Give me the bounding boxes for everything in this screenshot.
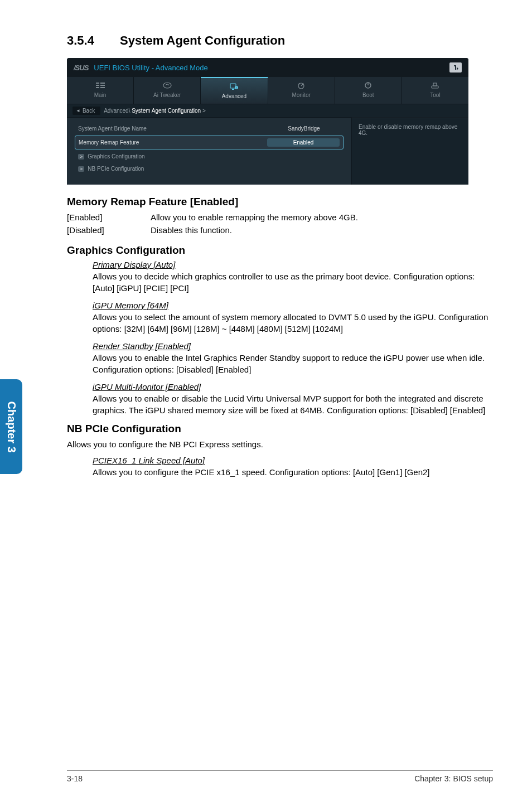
option-row: [Disabled] Disables this function. [67,224,493,237]
heading-graphics-config: Graphics Configuration [67,244,493,257]
footer-chapter-title: Chapter 3: BIOS setup [414,774,493,783]
bios-tab-bar: Main Ai Tweaker i Advanced Monitor [67,77,468,104]
svg-text:i: i [236,86,236,89]
breadcrumb-current: System Agent Configuration [132,108,201,114]
option-val: Disables this function. [151,224,493,237]
footer-page-number: 3-18 [67,774,83,783]
tab-ai-tweaker-label: Ai Tweaker [134,92,200,98]
setting-desc: Allows you to enable the Intel Graphics … [93,352,493,375]
tab-boot[interactable]: Boot [335,77,402,104]
back-button[interactable]: Back [72,107,100,115]
option-row: [Enabled] Allow you to enable remapping … [67,211,493,224]
bios-help-panel: Enable or disable memory remap above 4G. [351,118,468,185]
setting-desc: Allows you to enable or disable the Luci… [93,393,493,416]
setting-primary-display: Primary Display [Auto] Allows you to dec… [93,260,493,294]
row-label: Graphics Configuration [78,153,340,160]
bios-row-graphics-config[interactable]: Graphics Configuration [75,151,344,162]
row-label: System Agent Bridge Name [78,125,268,132]
section-heading: 3.5.4System Agent Configuration [67,33,493,48]
bios-row-memory-remap[interactable]: Memory Remap Feature Enabled [75,136,344,149]
setting-pciex16-link-speed: PCIEX16_1 Link Speed [Auto] Allows you t… [93,456,493,478]
tab-tool-label: Tool [402,92,468,98]
setting-desc: Allows you to decide which graphics cont… [93,270,493,294]
setting-name: iGPU Memory [64M] [93,301,493,310]
bios-row-nb-pcie-config[interactable]: NB PCIe Configuration [75,163,344,174]
heading-nb-pcie: NB PCIe Configuration [67,423,493,435]
tab-boot-label: Boot [335,92,402,98]
setting-name: Render Standby [Enabled] [93,341,493,351]
bios-main-panel: System Agent Bridge Name SandyBridge Mem… [67,118,351,185]
tab-advanced[interactable]: i Advanced [201,77,268,104]
setting-desc: Allows you to select the amount of syste… [93,311,493,335]
main-icon [67,80,133,90]
svg-rect-4 [100,85,105,86]
back-label: Back [83,108,95,114]
tab-monitor[interactable]: Monitor [268,77,335,104]
setting-render-standby: Render Standby [Enabled] Allows you to e… [93,341,493,375]
svg-rect-14 [432,86,438,88]
breadcrumb-prefix: Advanced\ [104,108,132,114]
option-key: [Disabled] [67,224,151,237]
breadcrumb-suffix: > [201,108,206,114]
row-label: NB PCIe Configuration [78,166,340,172]
exit-icon [452,64,459,71]
svg-rect-2 [96,87,99,88]
bios-utility-title: UEFI BIOS Utility - Advanced Mode [94,64,207,72]
option-val: Allow you to enable remapping the memory… [151,211,493,224]
tab-main[interactable]: Main [67,77,134,104]
heading-memory-remap: Memory Remap Feature [Enabled] [67,196,493,208]
monitor-icon [268,80,335,90]
exit-button[interactable] [449,62,462,73]
row-value: SandyBridge [268,125,340,132]
bios-screenshot: /SUS UEFI BIOS Utility - Advanced Mode M… [67,58,468,185]
svg-point-6 [163,83,171,88]
tab-tool[interactable]: Tool [402,77,468,104]
memory-remap-options: [Enabled] Allow you to enable remapping … [67,211,493,236]
setting-name: iGPU Multi-Monitor [Enabled] [93,382,493,392]
svg-rect-0 [96,83,99,84]
svg-rect-8 [232,89,234,90]
tab-advanced-label: Advanced [201,93,267,99]
setting-name: Primary Display [Auto] [93,260,493,269]
bios-body: System Agent Bridge Name SandyBridge Mem… [67,118,468,185]
tab-monitor-label: Monitor [268,92,335,98]
row-value: Enabled [267,138,340,147]
bios-row-bridge-name: System Agent Bridge Name SandyBridge [75,123,344,134]
section-title-text: System Agent Configuration [120,33,285,47]
tab-ai-tweaker[interactable]: Ai Tweaker [134,77,201,104]
svg-rect-15 [433,83,437,86]
setting-igpu-memory: iGPU Memory [64M] Allows you to select t… [93,301,493,335]
row-label: Memory Remap Feature [79,139,267,146]
breadcrumb-path: Advanced\ System Agent Configuration > [104,108,206,114]
page-footer: 3-18 Chapter 3: BIOS setup [67,770,493,783]
tab-main-label: Main [67,92,133,98]
svg-rect-3 [100,83,105,84]
setting-desc: Allows you to configure the PCIE x16_1 s… [93,466,493,478]
section-number: 3.5.4 [67,33,120,48]
bios-breadcrumb: Back Advanced\ System Agent Configuratio… [67,104,468,118]
svg-rect-5 [100,87,105,88]
bios-titlebar: /SUS UEFI BIOS Utility - Advanced Mode [67,58,468,77]
setting-name: PCIEX16_1 Link Speed [Auto] [93,456,493,465]
tool-icon [402,80,468,90]
nb-pcie-intro: Allows you to configure the NB PCI Expre… [67,438,493,450]
svg-rect-1 [96,85,99,86]
bios-logo: /SUS [74,64,88,72]
ai-tweaker-icon [134,80,200,90]
setting-igpu-multi-monitor: iGPU Multi-Monitor [Enabled] Allows you … [93,382,493,416]
boot-icon [335,80,402,90]
option-key: [Enabled] [67,211,151,224]
advanced-icon: i [201,81,267,91]
help-text: Enable or disable memory remap above 4G. [359,124,457,136]
